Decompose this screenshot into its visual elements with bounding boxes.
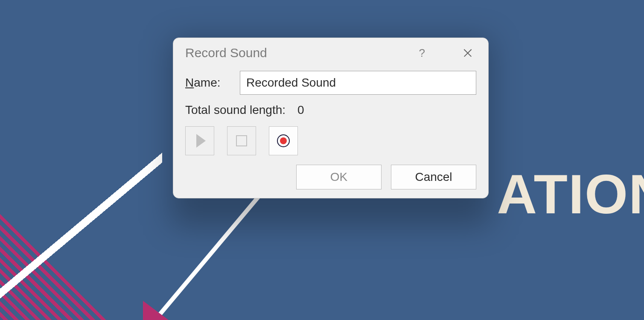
sound-length-row: Total sound length: 0 bbox=[185, 103, 476, 117]
dialog-title: Record Sound bbox=[185, 46, 419, 60]
playback-controls bbox=[185, 126, 476, 155]
record-icon bbox=[277, 134, 290, 147]
slide-background-stripes bbox=[0, 128, 162, 320]
slide-title-fragment: ATION bbox=[497, 162, 644, 226]
sound-length-label: Total sound length: bbox=[185, 103, 286, 117]
play-button[interactable] bbox=[185, 126, 214, 155]
stop-icon bbox=[236, 135, 247, 146]
dialog-titlebar: Record Sound ? bbox=[173, 38, 488, 64]
stop-button[interactable] bbox=[227, 126, 256, 155]
sound-length-value: 0 bbox=[297, 103, 304, 117]
record-button[interactable] bbox=[269, 126, 298, 155]
dialog-body: Name: Total sound length: 0 OK Cancel bbox=[173, 64, 488, 198]
cancel-button[interactable]: Cancel bbox=[391, 165, 476, 189]
name-input[interactable] bbox=[240, 71, 476, 95]
dialog-footer: OK Cancel bbox=[185, 165, 476, 189]
name-field-row: Name: bbox=[185, 71, 476, 95]
name-label: Name: bbox=[185, 76, 240, 90]
play-icon bbox=[196, 134, 206, 148]
help-button[interactable]: ? bbox=[419, 47, 425, 60]
close-button[interactable] bbox=[463, 49, 472, 57]
ok-button[interactable]: OK bbox=[296, 165, 382, 189]
record-sound-dialog: Record Sound ? Name: Total sound length:… bbox=[173, 38, 489, 198]
